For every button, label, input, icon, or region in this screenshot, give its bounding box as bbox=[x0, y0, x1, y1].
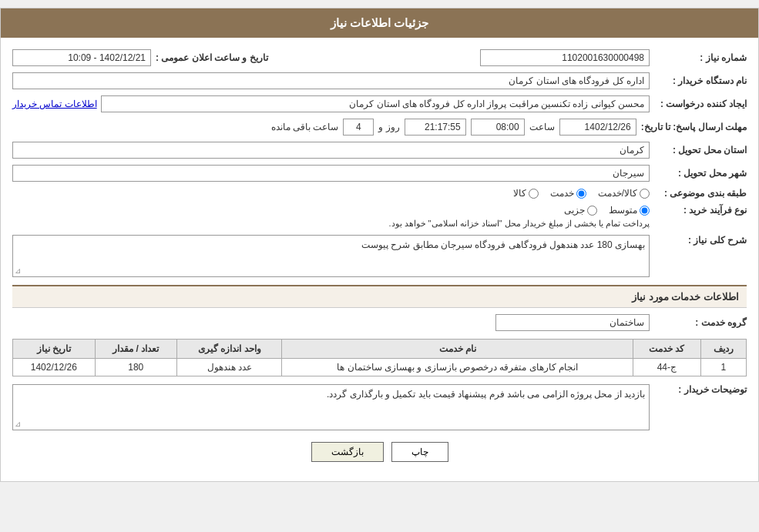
service-group-label: گروه خدمت : bbox=[654, 317, 747, 328]
cell-row: 1 bbox=[700, 359, 746, 376]
province-value: کرمان bbox=[12, 142, 650, 159]
buyer-notes-label: توضیحات خریدار : bbox=[654, 384, 747, 395]
date-label: تاریخ و ساعت اعلان عمومی : bbox=[156, 52, 268, 63]
col-date: تاریخ نیاز bbox=[13, 340, 96, 359]
category-radio-group: کالا/خدمت خدمت کالا bbox=[513, 188, 650, 199]
deadline-days: 4 bbox=[343, 119, 374, 136]
resize-icon: ⊿ bbox=[15, 266, 21, 275]
process-label: نوع فرآیند خرید : bbox=[654, 205, 747, 216]
order-number-label: شماره نیاز : bbox=[654, 52, 747, 63]
buyer-notes-value: بازدید از محل پروژه الزامی می باشد فرم پ… bbox=[327, 389, 645, 400]
service-group-value: ساختمان bbox=[495, 314, 650, 331]
col-code: کد خدمت bbox=[633, 340, 701, 359]
category-label: طبقه بندی موضوعی : bbox=[654, 188, 747, 199]
process-option-motaset[interactable]: متوسط bbox=[609, 205, 650, 216]
cell-code: ج-44 bbox=[633, 359, 701, 376]
contact-link[interactable]: اطلاعات تماس خریدار bbox=[12, 99, 97, 109]
cell-qty: 180 bbox=[95, 359, 176, 376]
category-option-kala[interactable]: کالا bbox=[513, 188, 539, 199]
back-button[interactable]: بازگشت bbox=[311, 442, 384, 462]
org-name-value: اداره کل فرودگاه های استان کرمان bbox=[12, 72, 650, 89]
buttons-row: چاپ بازگشت bbox=[12, 442, 747, 462]
deadline-label: مهلت ارسال پاسخ: تا تاریخ: bbox=[641, 122, 747, 132]
city-label: شهر محل تحویل : bbox=[654, 168, 747, 179]
col-qty: تعداد / مقدار bbox=[95, 340, 176, 359]
creator-value: محسن کیوانی زاده تکنسین مراقبت پرواز ادا… bbox=[101, 95, 650, 112]
services-table-section: ردیف کد خدمت نام خدمت واحد اندازه گیری ت… bbox=[12, 339, 747, 376]
deadline-remaining: 21:17:55 bbox=[405, 119, 466, 136]
order-number-value: 1102001630000498 bbox=[480, 49, 650, 66]
description-box: بهسازی 180 عدد هندهول فرودگاهی فرودگاه س… bbox=[12, 235, 650, 277]
process-note: پرداخت تمام یا بخشی از مبلغ خریدار محل "… bbox=[12, 219, 650, 229]
print-button[interactable]: چاپ bbox=[391, 442, 448, 462]
date-value: 1402/12/21 - 10:09 bbox=[12, 49, 151, 66]
process-option-jozi[interactable]: جزیی bbox=[564, 205, 597, 216]
resize-icon-2: ⊿ bbox=[15, 420, 21, 428]
province-label: استان محل تحویل : bbox=[654, 145, 747, 156]
deadline-days-label: روز و bbox=[378, 122, 399, 132]
page-title: جزئیات اطلاعات نیاز bbox=[331, 16, 428, 29]
col-name: نام خدمت bbox=[282, 340, 633, 359]
category-option-kala-khedmat[interactable]: کالا/خدمت bbox=[598, 188, 650, 199]
deadline-remaining-label: ساعت باقی مانده bbox=[271, 122, 339, 132]
deadline-time-label: ساعت bbox=[529, 122, 555, 132]
col-unit: واحد اندازه گیری bbox=[177, 340, 282, 359]
category-option-khedmat[interactable]: خدمت bbox=[550, 188, 586, 199]
deadline-date: 1402/12/26 bbox=[559, 119, 636, 136]
creator-label: ایجاد کننده درخواست : bbox=[654, 99, 747, 109]
table-row: 1 ج-44 انجام کارهای متفرقه درخصوص بازساز… bbox=[13, 359, 747, 376]
org-name-label: نام دستگاه خریدار : bbox=[654, 75, 747, 86]
page-header: جزئیات اطلاعات نیاز bbox=[1, 8, 758, 38]
description-label: شرح کلی نیاز : bbox=[654, 235, 747, 246]
services-table: ردیف کد خدمت نام خدمت واحد اندازه گیری ت… bbox=[12, 339, 747, 376]
buyer-notes-box: بازدید از محل پروژه الزامی می باشد فرم پ… bbox=[12, 384, 650, 430]
services-header: اطلاعات خدمات مورد نیاز bbox=[12, 285, 747, 308]
description-value: بهسازی 180 عدد هندهول فرودگاهی فرودگاه س… bbox=[361, 239, 645, 250]
deadline-time: 08:00 bbox=[471, 119, 525, 136]
cell-unit: عدد هندهول bbox=[177, 359, 282, 376]
city-value: سیرجان bbox=[12, 165, 650, 182]
cell-name: انجام کارهای متفرقه درخصوص بازسازی و بهس… bbox=[282, 359, 633, 376]
col-row: ردیف bbox=[700, 340, 746, 359]
cell-date: 1402/12/26 bbox=[13, 359, 96, 376]
